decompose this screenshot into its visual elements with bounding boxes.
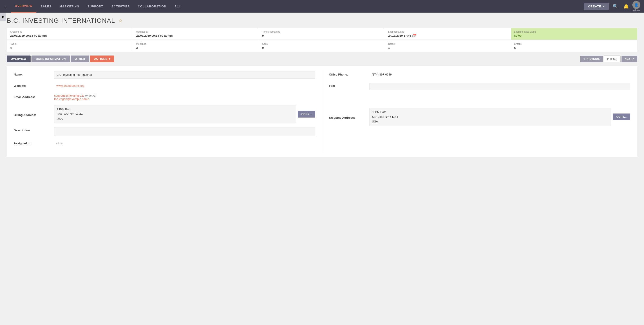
stat-emails: Emails 6: [511, 40, 637, 52]
tab-actions[interactable]: ACTIONS ▾: [90, 55, 114, 62]
sidebar-toggle-icon: ▶: [2, 15, 4, 18]
office-phone-value: (174) 897-6649: [370, 71, 630, 79]
office-phone-label: Office Phone:: [329, 71, 370, 76]
create-button[interactable]: CREATE ▾: [584, 3, 609, 10]
stat-created-at-value: 23/03/2019 09:13 by admin: [10, 34, 130, 37]
nav-item-collaboration[interactable]: COLLABORATION: [134, 0, 170, 12]
stat-last-contacted: Last contacted 24/11/2019 17:45 (📅): [385, 28, 511, 39]
description-row: Description:: [14, 127, 315, 136]
email-row: Email Address: support83@example.tv (Pri…: [14, 94, 315, 101]
fax-label: Fax:: [329, 83, 370, 87]
detail-grid: Name: B.C. Investing International Websi…: [14, 71, 630, 151]
stat-meetings: Meetings 3: [133, 40, 259, 52]
copy-billing-button[interactable]: COPY...: [298, 111, 315, 118]
stat-tasks: Tasks 4: [7, 40, 133, 52]
fax-row: Fax:: [329, 83, 630, 90]
nav-item-activities[interactable]: ACTIVITIES: [107, 0, 134, 12]
name-label: Name:: [14, 71, 54, 76]
stat-tasks-label: Tasks: [10, 42, 130, 45]
billing-address-container: 9 IBM Path San Jose NY 64344 USA COPY...: [54, 105, 315, 123]
stat-notes: Notes 1: [385, 40, 511, 52]
name-value[interactable]: B.C. Investing International: [54, 71, 315, 79]
stat-times-contacted: Times contacted 9: [259, 28, 385, 39]
stat-meetings-label: Meetings: [136, 42, 256, 45]
stat-created-at: Created at 23/03/2019 09:13 by admin: [7, 28, 133, 39]
nav-item-sales[interactable]: SALES: [36, 0, 56, 12]
assigned-row: Assigned to: chris: [14, 140, 315, 147]
shipping-label: Shipping Address:: [329, 115, 370, 119]
stat-times-contacted-value: 9: [262, 34, 382, 37]
stat-lifetime-sales-label: Lifetime sales value: [514, 30, 634, 33]
stat-emails-value: 6: [514, 46, 634, 49]
shipping-address-container: 9 IBM Path San Jose NY 64344 USA COPY...: [370, 108, 630, 126]
billing-label: Billing Address:: [14, 112, 54, 117]
website-row: Website: www.phonebeans.org: [14, 83, 315, 90]
favorite-star-icon[interactable]: ☆: [118, 18, 123, 23]
website-value[interactable]: www.phonebeans.org: [54, 83, 315, 90]
tab-more-information[interactable]: MORE INFORMATION: [32, 55, 70, 62]
stat-updated-at-value: 23/03/2019 09:13 by admin: [136, 34, 256, 37]
name-row: Name: B.C. Investing International: [14, 71, 315, 79]
website-label: Website:: [14, 83, 54, 87]
detail-card: Name: B.C. Investing International Websi…: [7, 66, 637, 157]
nav-item-support[interactable]: SUPPORT: [84, 0, 107, 12]
tab-group: OVERVIEW MORE INFORMATION OTHER ACTIONS …: [7, 55, 114, 62]
nav-items: OVERVIEW SALES MARKETING SUPPORT ACTIVIT…: [11, 0, 584, 12]
nav-item-all[interactable]: ALL: [170, 0, 185, 12]
stat-meetings-value: 3: [136, 46, 256, 49]
email2-link[interactable]: the.vegan@example.name: [54, 97, 315, 101]
pagination-info: (4 of 58): [604, 55, 620, 62]
home-icon[interactable]: ⌂: [4, 4, 6, 9]
stat-notes-label: Notes: [388, 42, 508, 45]
sidebar-toggle[interactable]: ▶: [0, 12, 6, 21]
email1-link[interactable]: support83@example.tv (Primary): [54, 94, 315, 97]
email-label: Email Address:: [14, 94, 54, 99]
stat-lifetime-sales-value: $0.00: [514, 34, 634, 37]
nav-item-marketing[interactable]: MARKETING: [56, 0, 84, 12]
bell-icon[interactable]: 🔔: [622, 2, 630, 11]
stat-lifetime-sales: Lifetime sales value $0.00: [511, 28, 637, 39]
stat-calls-value: 0: [262, 46, 382, 49]
stat-calls: Calls 0: [259, 40, 385, 52]
stat-created-at-label: Created at: [10, 30, 130, 33]
billing-address-text: 9 IBM Path San Jose NY 64344 USA: [54, 105, 296, 123]
detail-left: Name: B.C. Investing International Websi…: [14, 71, 322, 151]
previous-button[interactable]: < PREVIOUS: [580, 56, 603, 62]
stat-last-contacted-label: Last contacted: [388, 30, 508, 33]
stat-calls-label: Calls: [262, 42, 382, 45]
nav-item-accounts[interactable]: OVERVIEW: [11, 0, 36, 12]
shipping-address-text: 9 IBM Path San Jose NY 64344 USA: [370, 108, 610, 126]
create-arrow-icon: ▾: [603, 5, 605, 8]
tab-overview[interactable]: OVERVIEW: [7, 55, 30, 62]
tab-other[interactable]: OTHER: [71, 55, 89, 62]
fax-value[interactable]: [370, 83, 630, 90]
action-row: OVERVIEW MORE INFORMATION OTHER ACTIONS …: [7, 55, 637, 62]
office-phone-row: Office Phone: (174) 897-6649: [329, 71, 630, 79]
main-content: B.C. INVESTING INTERNATIONAL ☆ Created a…: [0, 12, 644, 162]
avatar: 👤: [632, 1, 640, 9]
search-icon[interactable]: 🔍: [611, 2, 620, 11]
admin-menu[interactable]: 👤 admin: [632, 1, 640, 12]
email-value: support83@example.tv (Primary) the.vegan…: [54, 94, 315, 101]
description-label: Description:: [14, 127, 54, 132]
stat-emails-label: Emails: [514, 42, 634, 45]
admin-label: admin: [633, 9, 640, 12]
shipping-row: Shipping Address: 9 IBM Path San Jose NY…: [329, 108, 630, 126]
page-title-row: B.C. INVESTING INTERNATIONAL ☆: [7, 17, 637, 24]
billing-row: Billing Address: 9 IBM Path San Jose NY …: [14, 105, 315, 123]
navbar: ⌂ OVERVIEW SALES MARKETING SUPPORT ACTIV…: [0, 0, 644, 12]
assigned-value: chris: [54, 140, 315, 147]
next-button[interactable]: NEXT >: [622, 56, 637, 62]
nav-right: CREATE ▾ 🔍 🔔 👤 admin: [584, 1, 640, 12]
stats-row1: Created at 23/03/2019 09:13 by admin Upd…: [7, 28, 637, 40]
actions-arrow-icon: ▾: [109, 57, 110, 60]
stat-updated-at-label: Updated at: [136, 30, 256, 33]
create-label: CREATE: [588, 5, 601, 8]
copy-shipping-button[interactable]: COPY...: [613, 113, 630, 120]
stat-times-contacted-label: Times contacted: [262, 30, 382, 33]
pagination: < PREVIOUS (4 of 58) NEXT >: [580, 55, 637, 62]
page-title: B.C. INVESTING INTERNATIONAL: [7, 17, 115, 24]
assigned-label: Assigned to:: [14, 140, 54, 145]
description-value[interactable]: [54, 127, 315, 136]
detail-right: Office Phone: (174) 897-6649 Fax: Shippi…: [322, 71, 630, 151]
